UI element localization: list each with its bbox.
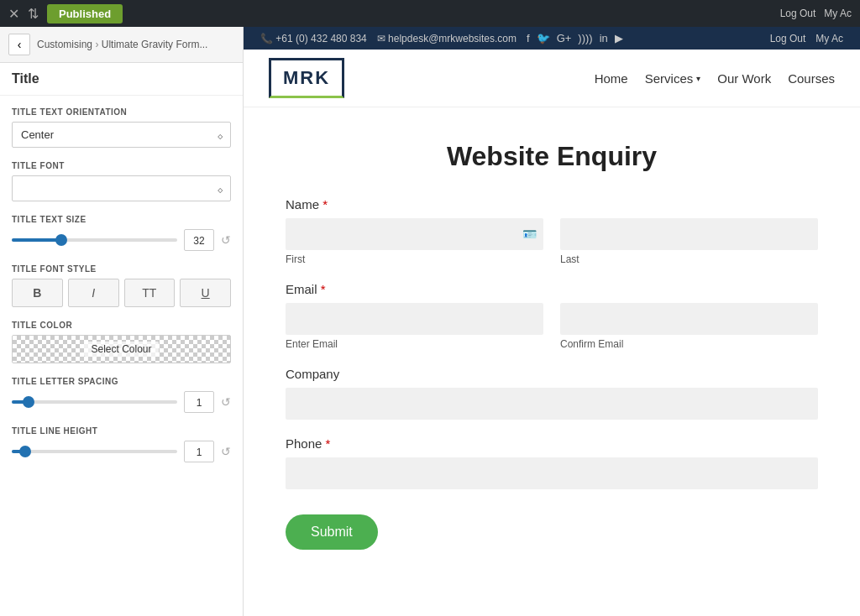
company-group: Company	[286, 367, 818, 420]
font-label: TITLE FONT	[12, 161, 231, 170]
letter-spacing-reset-button[interactable]: ↺	[221, 395, 231, 409]
email-label: Email *	[286, 282, 818, 296]
letter-spacing-slider-track[interactable]	[12, 400, 177, 404]
text-size-label: TITLE TEXT SIZE	[12, 215, 231, 224]
name-required: *	[322, 197, 328, 211]
bold-button[interactable]: B	[12, 279, 63, 307]
site-header: MRK Home Services ▾ Our Work Courses	[244, 50, 860, 107]
my-account-link[interactable]: My Ac	[824, 8, 852, 19]
color-label: TITLE COLOR	[12, 321, 231, 330]
line-height-group: TITLE LINE HEIGHT 1 ↺	[12, 426, 231, 462]
text-size-value: 32	[184, 229, 214, 251]
social-icons: f 🐦 G+ )))) in ▶	[527, 32, 623, 44]
first-name-col: 🪪 First	[286, 218, 543, 265]
site-my-account-link[interactable]: My Ac	[815, 33, 843, 44]
orientation-select[interactable]: Center Left Right	[13, 123, 230, 147]
phone-icon: 📞	[260, 33, 273, 44]
confirm-email-input[interactable]	[560, 303, 818, 335]
breadcrumb: Customising › Ultimate Gravity Form...	[37, 39, 207, 50]
enter-email-input[interactable]	[286, 303, 543, 335]
sort-icon[interactable]: ⇅	[28, 6, 39, 22]
nav-services[interactable]: Services ▾	[645, 71, 701, 86]
site-topbar: 📞 +61 (0) 432 480 834 ✉ helpdesk@mrkwebs…	[244, 27, 860, 50]
linkedin-icon[interactable]: in	[600, 32, 608, 44]
sidebar-nav: ‹ Customising › Ultimate Gravity Form...	[0, 27, 243, 63]
letter-spacing-value: 1	[184, 391, 214, 413]
color-picker-label: Select Colour	[84, 342, 158, 357]
site-nav: Home Services ▾ Our Work Courses	[595, 71, 835, 86]
email-row: Enter Email Confirm Email	[286, 303, 818, 350]
color-group: TITLE COLOR Select Colour	[12, 321, 231, 363]
underline-button[interactable]: U	[180, 279, 231, 307]
email-required: *	[321, 282, 326, 296]
font-select[interactable]	[13, 176, 230, 201]
googleplus-icon[interactable]: G+	[557, 32, 572, 44]
text-size-slider-track[interactable]	[12, 238, 177, 242]
email-link[interactable]: ✉ helpdesk@mrkwebsites.com	[377, 33, 517, 44]
line-height-reset-button[interactable]: ↺	[221, 445, 231, 458]
enter-email-col: Enter Email	[286, 303, 543, 350]
logout-link[interactable]: Log Out	[780, 8, 816, 19]
back-button[interactable]: ‹	[8, 34, 30, 55]
published-button[interactable]: Published	[47, 4, 123, 23]
text-size-slider-fill	[12, 238, 61, 242]
orientation-label: TITLE TEXT ORIENTATION	[12, 107, 231, 117]
text-size-slider-thumb[interactable]	[55, 234, 67, 246]
form-title: Website Enquiry	[286, 141, 818, 172]
font-group: TITLE FONT ⬦	[12, 161, 231, 201]
breadcrumb-page: Ultimate Gravity Form...	[102, 39, 208, 50]
sidebar-title-bar: Title	[0, 63, 243, 96]
last-name-input[interactable]	[560, 218, 818, 250]
phone-input[interactable]	[286, 457, 818, 489]
confirm-email-col: Confirm Email	[560, 303, 818, 350]
site-logout-link[interactable]: Log Out	[770, 33, 806, 44]
italic-button[interactable]: I	[68, 279, 119, 307]
confirm-email-label: Confirm Email	[560, 338, 818, 350]
nav-home[interactable]: Home	[595, 71, 628, 86]
site-topbar-right: Log Out My Ac	[770, 33, 843, 44]
contact-card-icon: 🪪	[522, 227, 537, 241]
tt-button[interactable]: TT	[124, 279, 176, 307]
text-size-reset-button[interactable]: ↺	[221, 233, 231, 247]
letter-spacing-slider-row: 1 ↺	[12, 391, 231, 413]
line-height-slider-thumb[interactable]	[19, 446, 31, 457]
main-layout: ‹ Customising › Ultimate Gravity Form...…	[0, 27, 860, 616]
admin-bar: ✕ ⇅ Published Log Out My Ac	[0, 0, 860, 27]
rss-icon[interactable]: ))))	[578, 32, 592, 44]
name-row: 🪪 First Last	[286, 218, 818, 265]
color-picker[interactable]: Select Colour	[12, 335, 231, 363]
site-logo[interactable]: MRK	[269, 58, 344, 98]
font-style-row: B I TT U	[12, 279, 231, 307]
breadcrumb-customising: Customising	[37, 39, 92, 50]
orientation-select-wrapper[interactable]: Center Left Right ⬦	[12, 122, 231, 148]
text-size-group: TITLE TEXT SIZE 32 ↺	[12, 215, 231, 251]
sidebar-section-title: Title	[12, 71, 231, 86]
first-name-input[interactable]	[286, 218, 543, 250]
phone-required: *	[326, 436, 331, 451]
close-icon[interactable]: ✕	[8, 6, 19, 22]
line-height-value: 1	[184, 441, 214, 462]
admin-bar-left: ✕ ⇅ Published	[8, 4, 123, 23]
font-style-label: TITLE FONT STYLE	[12, 264, 231, 274]
company-label: Company	[286, 367, 818, 381]
company-input[interactable]	[286, 388, 818, 420]
last-name-label: Last	[560, 253, 818, 265]
last-name-col: Last	[560, 218, 818, 265]
first-name-label: First	[286, 253, 543, 265]
text-size-slider-row: 32 ↺	[12, 229, 231, 251]
submit-button[interactable]: Submit	[286, 514, 378, 550]
name-group: Name * 🪪 First Last	[286, 197, 818, 265]
letter-spacing-slider-thumb[interactable]	[23, 396, 34, 408]
line-height-slider-row: 1 ↺	[12, 441, 231, 462]
youtube-icon[interactable]: ▶	[615, 32, 623, 44]
nav-courses[interactable]: Courses	[788, 71, 835, 86]
phone-number: 📞 +61 (0) 432 480 834	[260, 33, 367, 44]
facebook-icon[interactable]: f	[527, 32, 530, 44]
twitter-icon[interactable]: 🐦	[537, 32, 550, 44]
nav-our-work[interactable]: Our Work	[717, 71, 771, 86]
line-height-slider-track[interactable]	[12, 450, 177, 453]
first-name-input-wrapper: 🪪	[286, 218, 543, 250]
content-area: 📞 +61 (0) 432 480 834 ✉ helpdesk@mrkwebs…	[244, 27, 860, 616]
orientation-group: TITLE TEXT ORIENTATION Center Left Right…	[12, 107, 231, 148]
font-select-wrapper[interactable]: ⬦	[12, 175, 231, 201]
